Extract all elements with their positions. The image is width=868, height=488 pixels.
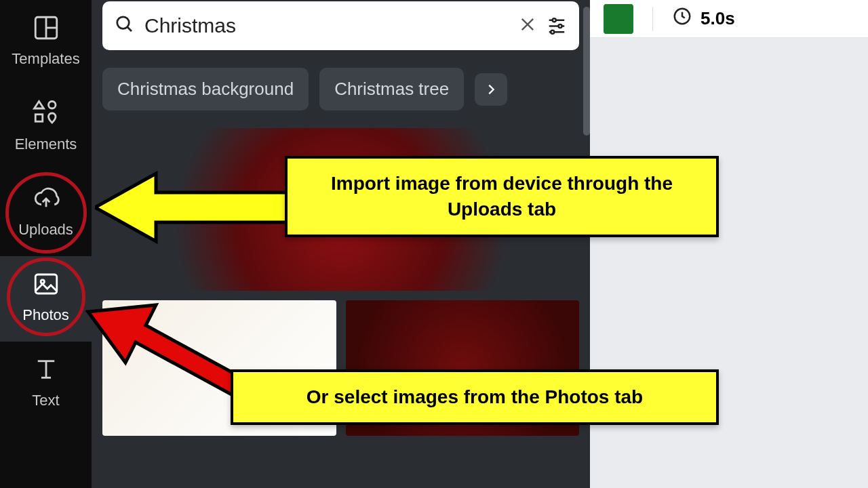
suggestion-chips: Christmas background Christmas tree [102,68,579,110]
clock-icon [672,6,692,31]
uploads-icon [32,184,60,217]
chips-next-button[interactable] [475,73,507,106]
svg-rect-4 [35,115,43,122]
search-icon [115,14,135,37]
sidebar-item-label: Templates [12,50,79,68]
svg-point-16 [551,30,554,34]
svg-line-8 [127,27,132,31]
toolbar-divider [652,7,653,31]
sidebar-item-label: Photos [22,306,69,324]
sidebar-item-photos[interactable]: Photos [0,256,92,342]
side-nav: Templates Elements Uploads Photos [0,0,92,488]
duration-value: 5.0s [701,8,735,29]
search-box[interactable]: Christmas [102,1,579,50]
sidebar-item-elements[interactable]: Elements [0,85,92,171]
svg-rect-5 [35,274,57,293]
canvas-toolbar: 5.0s [590,0,868,38]
clear-icon[interactable] [518,15,537,37]
timing-control[interactable]: 5.0s [672,6,735,31]
svg-point-12 [553,18,556,22]
sidebar-item-templates[interactable]: Templates [0,0,92,85]
sidebar-item-label: Text [32,392,59,409]
svg-point-3 [48,102,56,109]
sidebar-item-uploads[interactable]: Uploads [0,171,92,256]
suggestion-chip[interactable]: Christmas tree [319,68,464,110]
svg-marker-18 [95,174,292,241]
panel-scrollbar[interactable] [583,7,590,136]
annotation-callout: Or select images from the Photos tab [231,369,719,425]
search-input[interactable]: Christmas [144,14,509,37]
photos-icon [32,270,60,302]
annotation-arrow-yellow [95,167,298,262]
sidebar-item-label: Elements [15,136,77,153]
svg-point-7 [117,17,130,29]
sidebar-item-label: Uploads [18,221,73,239]
color-swatch[interactable] [604,4,633,34]
svg-point-14 [559,24,562,28]
elements-icon [32,99,60,131]
suggestion-chip[interactable]: Christmas background [102,68,309,110]
annotation-callout: Import image from device through the Upl… [285,156,719,237]
sidebar-item-text[interactable]: Text [0,342,92,427]
filter-icon[interactable] [547,14,567,37]
text-icon [32,355,60,388]
templates-icon [32,14,60,46]
